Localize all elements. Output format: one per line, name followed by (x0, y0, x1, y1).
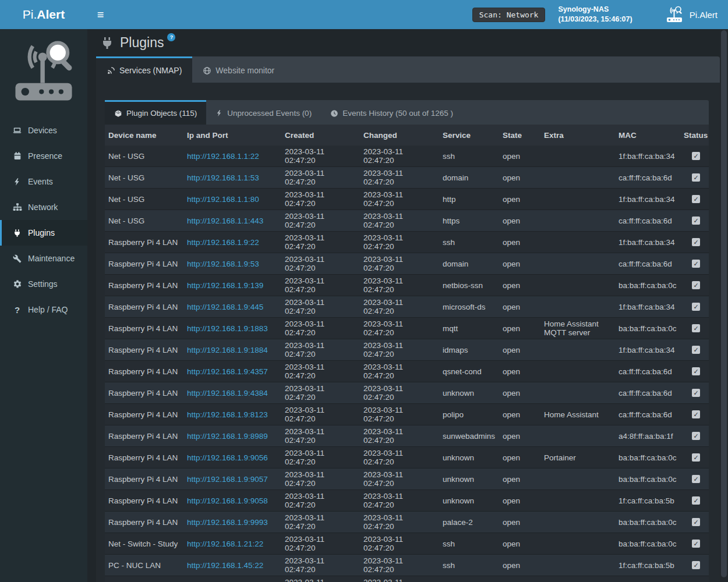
sidebar-item-settings[interactable]: Settings (0, 271, 87, 297)
status-checkbox[interactable]: ✓ (692, 475, 700, 483)
status-checkbox[interactable]: ✓ (692, 324, 700, 332)
ip-port-link[interactable]: http://192.168.1.9:4357 (187, 367, 268, 376)
subtab-plugin-objects[interactable]: Plugin Objects (115) (105, 100, 206, 125)
cell-status: ✓ (680, 447, 709, 469)
app-logo[interactable]: Pi.Alert (0, 0, 87, 29)
ip-port-link[interactable]: http://192.168.1.9:1883 (187, 324, 268, 333)
cell-changed: 2023-03-11 02:47:20 (360, 361, 439, 382)
cell-changed: 2023-03-11 02:47:20 (360, 210, 439, 232)
cell-created: 2023-03-11 02:47:20 (281, 339, 360, 361)
status-checkbox[interactable]: ✓ (692, 260, 700, 268)
subtab-label: Plugin Objects (115) (126, 109, 197, 118)
router-search-icon (665, 6, 684, 23)
cell-device-name: Raspberry Pi 4 LAN (105, 447, 183, 469)
cell-mac: ba:ba:ff:ca:ba:0c (615, 469, 680, 490)
sidebar-item-maintenance[interactable]: Maintenance (0, 246, 87, 271)
cell-created: 2023-03-11 02:47:20 (281, 533, 360, 555)
cell-service: ssh (439, 232, 499, 253)
cell-device-name: PC - NUC LAN (105, 555, 183, 576)
status-checkbox[interactable]: ✓ (692, 432, 700, 440)
status-checkbox[interactable]: ✓ (692, 152, 700, 160)
sidebar-item-devices[interactable]: Devices (0, 118, 87, 143)
table-row: Raspberry Pi 4 LANhttp://192.168.1.9:188… (105, 318, 709, 339)
cell-device-name: PC - NUC LAN (105, 576, 183, 582)
subtab-unprocessed-events[interactable]: Unprocessed Events (0) (206, 100, 321, 125)
help-badge[interactable]: ? (167, 33, 175, 41)
ip-port-link[interactable]: http://192.168.1.9:9056 (187, 453, 268, 462)
cell-ip-port: http://192.168.1.1:22 (183, 146, 281, 167)
status-checkbox[interactable]: ✓ (692, 281, 700, 289)
cell-created: 2023-03-11 02:47:20 (281, 555, 360, 576)
cell-ip-port: http://192.168.1.1:80 (183, 189, 281, 210)
status-checkbox[interactable]: ✓ (692, 540, 700, 548)
status-checkbox[interactable]: ✓ (692, 195, 700, 203)
col-service: Service (439, 125, 499, 146)
cell-status: ✓ (680, 167, 709, 189)
status-checkbox[interactable]: ✓ (692, 367, 700, 375)
status-checkbox[interactable]: ✓ (692, 303, 700, 311)
sidebar-item-help[interactable]: ? Help / FAQ (0, 297, 87, 322)
cell-status: ✓ (680, 404, 709, 425)
ip-port-link[interactable]: http://192.168.1.9:53 (187, 260, 259, 268)
subtab-events-history[interactable]: Events History (50 out of 1265 ) (321, 100, 462, 125)
status-checkbox[interactable]: ✓ (692, 389, 700, 397)
cell-status: ✓ (680, 253, 709, 275)
ip-port-link[interactable]: http://192.168.1.1:80 (187, 195, 259, 204)
status-checkbox[interactable]: ✓ (692, 217, 700, 225)
sidebar-item-presence[interactable]: Presence (0, 143, 87, 169)
status-checkbox[interactable]: ✓ (692, 518, 700, 526)
ip-port-link[interactable]: http://192.168.1.9:445 (187, 303, 263, 311)
ip-port-link[interactable]: http://192.168.1.45:22 (187, 561, 263, 570)
cell-status: ✓ (680, 361, 709, 382)
cell-changed: 2023-03-11 02:47:20 (360, 146, 439, 167)
cell-service: domain (439, 253, 499, 275)
cell-changed: 2023-03-11 02:47:20 (360, 167, 439, 189)
cell-changed: 2023-03-11 02:47:20 (360, 339, 439, 361)
ip-port-link[interactable]: http://192.168.1.1:53 (187, 173, 259, 182)
ip-port-link[interactable]: http://192.168.1.1:443 (187, 217, 263, 225)
ip-port-link[interactable]: http://192.168.1.9:1884 (187, 346, 268, 354)
ip-port-link[interactable]: http://192.168.1.9:22 (187, 238, 259, 247)
tab-website-monitor[interactable]: Website monitor (192, 56, 285, 83)
cell-state: open (499, 404, 540, 425)
bolt-icon (215, 109, 223, 117)
ip-port-link[interactable]: http://192.168.1.9:8989 (187, 432, 268, 441)
status-checkbox[interactable]: ✓ (692, 238, 700, 246)
ip-port-link[interactable]: http://192.168.1.9:9057 (187, 475, 268, 484)
status-checkbox[interactable]: ✓ (692, 173, 700, 182)
ip-port-link[interactable]: http://192.168.1.9:139 (187, 281, 263, 290)
status-checkbox[interactable]: ✓ (692, 453, 700, 462)
cell-ip-port: http://192.168.1.9:1883 (183, 318, 281, 339)
cell-state: open (499, 210, 540, 232)
cell-service: http (439, 189, 499, 210)
status-checkbox[interactable]: ✓ (692, 346, 700, 354)
sidebar-item-network[interactable]: Network (0, 194, 87, 220)
scrollbar-thumb[interactable] (721, 30, 727, 577)
status-checkbox[interactable]: ✓ (692, 561, 700, 569)
sidebar-item-plugins[interactable]: Plugins (0, 220, 87, 246)
status-checkbox[interactable]: ✓ (692, 410, 700, 418)
cell-service: ssh (439, 555, 499, 576)
cell-state: open (499, 425, 540, 447)
ip-port-link[interactable]: http://192.168.1.21:22 (187, 540, 263, 548)
table-row: Net - USGhttp://192.168.1.1:532023-03-11… (105, 167, 709, 189)
ip-port-link[interactable]: http://192.168.1.9:4384 (187, 389, 268, 398)
status-checkbox[interactable]: ✓ (692, 496, 700, 505)
gear-icon (12, 279, 22, 289)
ip-port-link[interactable]: http://192.168.1.9:8123 (187, 410, 268, 419)
ip-port-link[interactable]: http://192.168.1.9:9058 (187, 496, 268, 505)
ip-port-link[interactable]: http://192.168.1.1:22 (187, 152, 259, 161)
cell-created: 2023-03-11 02:47:20 (281, 189, 360, 210)
cell-changed: 2023-03-11 02:47:20 (360, 253, 439, 275)
table-row: Raspberry Pi 4 LANhttp://192.168.1.9:139… (105, 275, 709, 296)
ip-port-link[interactable]: http://192.168.1.9:9993 (187, 518, 268, 527)
table-row: Raspberry Pi 4 LANhttp://192.168.1.9:905… (105, 447, 709, 469)
cell-state: open (499, 469, 540, 490)
sidebar-item-label: Devices (28, 126, 57, 135)
sidebar-toggle-icon[interactable]: ≡ (87, 0, 114, 29)
brand[interactable]: Pi.Alert (665, 6, 718, 23)
tab-services-nmap[interactable]: Services (NMAP) (96, 56, 192, 83)
sidebar-item-events[interactable]: Events (0, 169, 87, 194)
cell-created: 2023-03-11 02:47:20 (281, 447, 360, 469)
vertical-scrollbar[interactable] (720, 29, 728, 582)
